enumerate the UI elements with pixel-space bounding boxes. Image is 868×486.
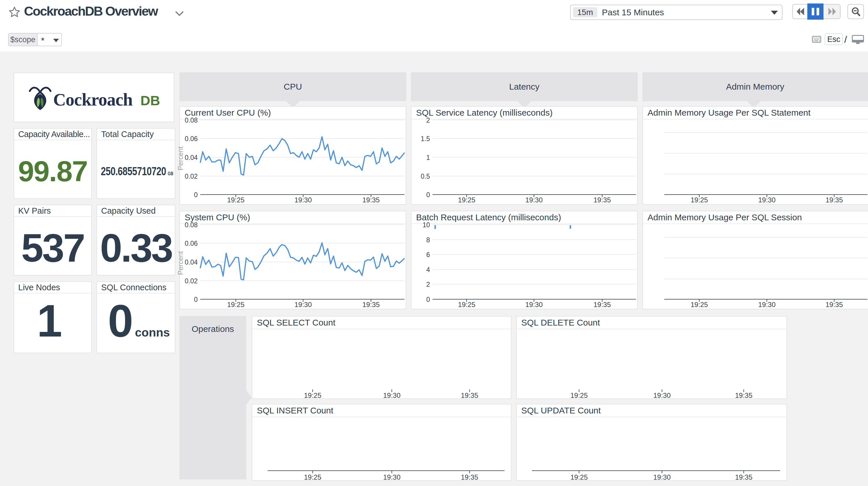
svg-text:0.5: 0.5 — [421, 173, 430, 180]
svg-text:19:25: 19:25 — [227, 196, 244, 204]
svg-text:19:35: 19:35 — [735, 473, 752, 480]
svg-text:19:35: 19:35 — [735, 392, 752, 398]
svg-text:19:30: 19:30 — [653, 392, 671, 398]
svg-text:DB: DB — [141, 93, 160, 108]
svg-text:19:35: 19:35 — [826, 301, 843, 309]
svg-text:0.08: 0.08 — [185, 221, 198, 229]
svg-text:19:30: 19:30 — [758, 301, 776, 309]
svg-text:19:30: 19:30 — [525, 196, 542, 204]
svg-text:19:25: 19:25 — [690, 196, 708, 204]
svg-text:0.02: 0.02 — [185, 277, 198, 285]
svg-text:19:30: 19:30 — [653, 473, 671, 480]
svg-text:19:25: 19:25 — [570, 392, 588, 398]
svg-text:Percent: Percent — [177, 251, 184, 275]
svg-text:19:35: 19:35 — [826, 196, 843, 204]
svg-text:19:25: 19:25 — [304, 392, 321, 398]
svg-text:19:35: 19:35 — [593, 301, 611, 309]
svg-text:19:25: 19:25 — [570, 473, 588, 480]
svg-text:19:30: 19:30 — [383, 473, 401, 480]
svg-text:10: 10 — [423, 221, 430, 229]
svg-text:0.04: 0.04 — [185, 258, 198, 266]
svg-text:1.5: 1.5 — [421, 135, 430, 143]
svg-text:19:35: 19:35 — [461, 392, 478, 398]
svg-text:Percent: Percent — [177, 146, 184, 170]
svg-text:19:30: 19:30 — [525, 301, 542, 309]
svg-text:19:30: 19:30 — [383, 392, 401, 398]
svg-text:2: 2 — [426, 116, 430, 124]
svg-text:19:30: 19:30 — [758, 196, 776, 204]
svg-text:19:25: 19:25 — [690, 301, 708, 309]
svg-text:19:35: 19:35 — [362, 301, 380, 309]
svg-text:0: 0 — [194, 191, 198, 199]
svg-text:19:25: 19:25 — [304, 473, 321, 480]
svg-text:19:25: 19:25 — [458, 196, 475, 204]
svg-text:0: 0 — [426, 296, 430, 303]
svg-text:Cockroach: Cockroach — [53, 90, 133, 109]
svg-text:0.04: 0.04 — [185, 154, 198, 161]
svg-text:0.06: 0.06 — [185, 240, 198, 247]
svg-text:0: 0 — [194, 296, 198, 303]
svg-text:6: 6 — [426, 251, 430, 258]
svg-text:19:35: 19:35 — [362, 196, 380, 204]
svg-text:19:30: 19:30 — [294, 301, 312, 309]
svg-text:4: 4 — [426, 266, 430, 274]
svg-text:0.08: 0.08 — [185, 116, 198, 124]
svg-text:1: 1 — [426, 154, 430, 161]
svg-text:0.06: 0.06 — [185, 135, 198, 143]
svg-text:19:35: 19:35 — [593, 196, 611, 204]
svg-text:19:30: 19:30 — [294, 196, 312, 204]
svg-text:8: 8 — [426, 236, 430, 244]
svg-text:2: 2 — [426, 281, 430, 288]
svg-text:19:35: 19:35 — [461, 473, 478, 480]
svg-text:19:25: 19:25 — [458, 301, 475, 309]
svg-text:0: 0 — [426, 191, 430, 199]
svg-text:0.02: 0.02 — [185, 173, 198, 180]
svg-text:19:25: 19:25 — [227, 301, 244, 309]
